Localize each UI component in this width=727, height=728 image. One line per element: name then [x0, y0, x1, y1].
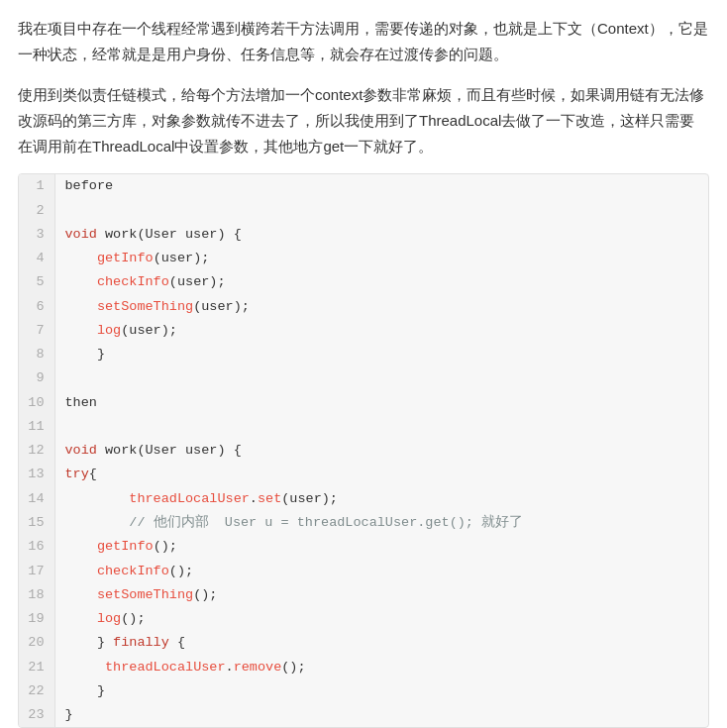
line-content: log(user); — [54, 319, 708, 343]
line-number: 4 — [19, 247, 54, 270]
table-row: 1before — [19, 174, 708, 198]
line-content: before — [54, 174, 708, 198]
line-number: 16 — [19, 535, 54, 559]
line-content: // 他们内部 User u = threadLocalUser.get(); … — [54, 511, 708, 535]
line-number: 13 — [19, 463, 54, 486]
table-row: 17 checkInfo(); — [19, 560, 708, 583]
line-number: 2 — [19, 199, 54, 223]
table-row: 5 checkInfo(user); — [19, 270, 708, 294]
line-content: } finally { — [54, 631, 708, 655]
line-content — [54, 415, 708, 439]
line-number: 7 — [19, 319, 54, 343]
line-number: 1 — [19, 174, 54, 198]
table-row: 9 — [19, 366, 708, 390]
paragraph-1: 我在项目中存在一个线程经常遇到横跨若干方法调用，需要传递的对象，也就是上下文（C… — [18, 16, 709, 68]
table-row: 6 setSomeThing(user); — [19, 295, 708, 319]
line-number: 15 — [19, 511, 54, 535]
table-row: 3void work(User user) { — [19, 223, 708, 247]
line-number: 8 — [19, 343, 54, 366]
line-number: 12 — [19, 439, 54, 463]
paragraph-2: 使用到类似责任链模式，给每个方法增加一个context参数非常麻烦，而且有些时候… — [18, 82, 709, 160]
table-row: 12void work(User user) { — [19, 439, 708, 463]
table-row: 11 — [19, 415, 708, 439]
line-content — [54, 199, 708, 223]
line-content: try{ — [54, 463, 708, 486]
line-content: void work(User user) { — [54, 223, 708, 247]
line-number: 18 — [19, 583, 54, 607]
line-content: checkInfo(user); — [54, 270, 708, 294]
line-content — [54, 366, 708, 390]
table-row: 23} — [19, 703, 708, 727]
line-number: 22 — [19, 679, 54, 703]
table-row: 22 } — [19, 679, 708, 703]
line-content: getInfo(); — [54, 535, 708, 559]
code-block: 1before2 3void work(User user) {4 getInf… — [18, 173, 709, 728]
line-number: 21 — [19, 656, 54, 679]
line-number: 17 — [19, 560, 54, 583]
line-content: then — [54, 391, 708, 415]
table-row: 20 } finally { — [19, 631, 708, 655]
line-number: 23 — [19, 703, 54, 727]
table-row: 13try{ — [19, 463, 708, 486]
line-content: threadLocalUser.set(user); — [54, 487, 708, 511]
table-row: 19 log(); — [19, 607, 708, 631]
line-content: checkInfo(); — [54, 560, 708, 583]
table-row: 2 — [19, 199, 708, 223]
line-content: setSomeThing(); — [54, 583, 708, 607]
table-row: 15 // 他们内部 User u = threadLocalUser.get(… — [19, 511, 708, 535]
table-row: 16 getInfo(); — [19, 535, 708, 559]
line-content: void work(User user) { — [54, 439, 708, 463]
line-number: 19 — [19, 607, 54, 631]
line-number: 5 — [19, 270, 54, 294]
table-row: 8 } — [19, 343, 708, 366]
line-content: } — [54, 679, 708, 703]
line-content: threadLocalUser.remove(); — [54, 656, 708, 679]
line-number: 14 — [19, 487, 54, 511]
line-content: setSomeThing(user); — [54, 295, 708, 319]
table-row: 14 threadLocalUser.set(user); — [19, 487, 708, 511]
table-row: 7 log(user); — [19, 319, 708, 343]
table-row: 4 getInfo(user); — [19, 247, 708, 270]
table-row: 10then — [19, 391, 708, 415]
table-row: 18 setSomeThing(); — [19, 583, 708, 607]
line-number: 10 — [19, 391, 54, 415]
table-row: 21 threadLocalUser.remove(); — [19, 656, 708, 679]
line-number: 11 — [19, 415, 54, 439]
line-content: getInfo(user); — [54, 247, 708, 270]
line-content: } — [54, 703, 708, 727]
line-number: 9 — [19, 366, 54, 390]
line-number: 3 — [19, 223, 54, 247]
line-number: 6 — [19, 295, 54, 319]
line-number: 20 — [19, 631, 54, 655]
line-content: log(); — [54, 607, 708, 631]
line-content: } — [54, 343, 708, 366]
